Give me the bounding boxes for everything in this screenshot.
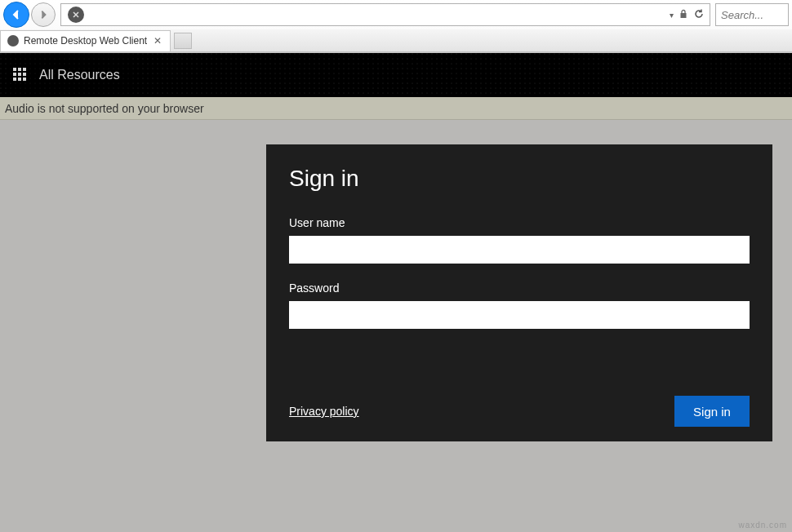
signin-button[interactable]: Sign in	[674, 396, 750, 427]
privacy-policy-link[interactable]: Privacy policy	[289, 405, 359, 418]
address-bar[interactable]: ▾	[60, 3, 710, 26]
browser-toolbar: ▾	[0, 0, 792, 29]
password-input[interactable]	[289, 301, 750, 329]
forward-button[interactable]	[31, 2, 56, 27]
username-input[interactable]	[289, 236, 750, 264]
app-header: All Resources	[0, 53, 792, 97]
tab-title: Remote Desktop Web Client	[24, 35, 147, 47]
tab-remote-desktop[interactable]: Remote Desktop Web Client ✕	[0, 30, 171, 51]
refresh-button[interactable]	[693, 8, 705, 22]
waffle-icon	[13, 68, 28, 82]
svg-rect-0	[681, 13, 687, 18]
tab-favicon-icon	[7, 35, 19, 47]
tab-close-button[interactable]: ✕	[152, 35, 163, 47]
nav-all-resources[interactable]: All Resources	[7, 53, 133, 97]
password-label: Password	[289, 282, 750, 295]
lock-icon	[679, 9, 688, 21]
watermark: waxdn.com	[738, 521, 787, 530]
dropdown-icon[interactable]: ▾	[670, 11, 674, 20]
signin-dialog: Sign in User name Password Privacy polic…	[266, 144, 772, 441]
notice-text: Audio is not supported on your browser	[5, 102, 204, 115]
page-area: All Resources Audio is not supported on …	[0, 53, 792, 532]
tab-strip: Remote Desktop Web Client ✕	[0, 29, 792, 52]
back-button[interactable]	[3, 2, 29, 28]
address-bar-controls: ▾	[670, 8, 705, 22]
new-tab-button[interactable]	[174, 33, 192, 49]
browser-chrome: ▾ Remote Desktop Web Client ✕	[0, 0, 792, 53]
username-label: User name	[289, 216, 750, 229]
site-identity-icon[interactable]	[68, 7, 84, 23]
nav-label: All Resources	[39, 68, 120, 82]
signin-title: Sign in	[289, 166, 750, 192]
search-input[interactable]	[715, 3, 789, 26]
audio-notice: Audio is not supported on your browser	[0, 97, 792, 120]
